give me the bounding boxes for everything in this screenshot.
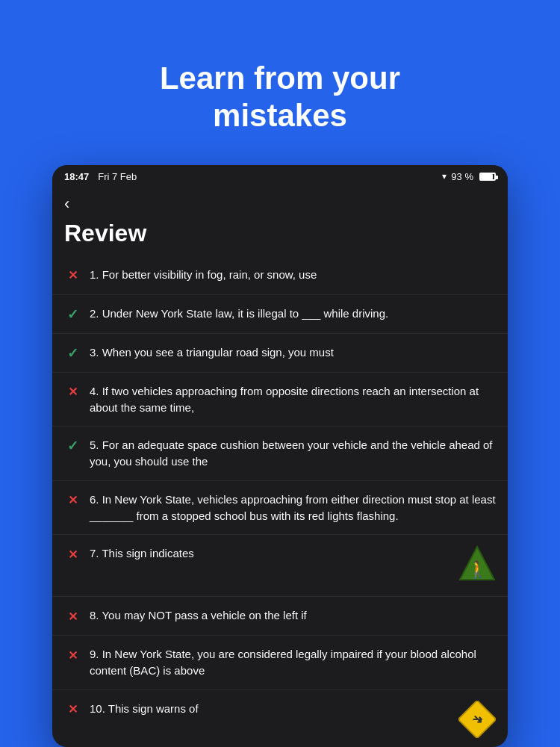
status-date: Fri 7 Feb [98, 171, 137, 182]
incorrect-icon: ✕ [64, 492, 81, 509]
nav-bar: ‹ [52, 188, 508, 217]
question-content: 5. For an adequate space cushion between… [90, 437, 496, 470]
pedestrian-sign-svg: 🚶 [458, 545, 496, 583]
warning-sign-svg: ↗ ↘ [458, 701, 496, 738]
question-text: 6. In New York State, vehicles approachi… [90, 492, 496, 524]
back-button[interactable]: ‹ [64, 194, 69, 213]
question-text: 3. When you see a triangular road sign, … [90, 344, 496, 361]
checkmark-icon: ✓ [67, 345, 78, 362]
question-content: 4. If two vehicles approaching from oppo… [90, 383, 496, 416]
incorrect-icon: ✕ [64, 384, 81, 400]
correct-icon: ✓ [64, 306, 81, 323]
x-icon: ✕ [68, 548, 78, 562]
question-text: 4. If two vehicles approaching from oppo… [90, 383, 496, 416]
question-item[interactable]: ✓2. Under New York State law, it is ille… [52, 295, 508, 334]
incorrect-icon: ✕ [64, 647, 81, 663]
question-content: 7. This sign indicates 🚶 [90, 545, 496, 586]
status-right: ▾ 93 % [442, 171, 496, 182]
question-item[interactable]: ✕7. This sign indicates 🚶 [52, 535, 508, 597]
x-icon: ✕ [68, 648, 78, 663]
question-content: 8. You may NOT pass a vehicle on the lef… [90, 607, 496, 624]
incorrect-icon: ✕ [64, 267, 81, 284]
x-icon: ✕ [68, 702, 78, 716]
battery-icon [479, 173, 496, 181]
x-icon: ✕ [68, 493, 78, 507]
question-content: 1. For better visibility in fog, rain, o… [90, 267, 496, 283]
question-content: 10. This sign warns of ↗ ↘ [90, 701, 496, 741]
question-item[interactable]: ✕9. In New York State, you are considere… [52, 636, 508, 690]
question-item[interactable]: ✕6. In New York State, vehicles approach… [52, 481, 508, 536]
question-item[interactable]: ✕10. This sign warns of ↗ ↘ [52, 690, 508, 747]
svg-text:🚶: 🚶 [467, 560, 488, 580]
question-item[interactable]: ✕8. You may NOT pass a vehicle on the le… [52, 597, 508, 636]
question-text: 8. You may NOT pass a vehicle on the lef… [90, 607, 496, 624]
questions-list: ✕1. For better visibility in fog, rain, … [52, 256, 508, 747]
incorrect-icon: ✕ [64, 608, 81, 624]
question-content: 9. In New York State, you are considered… [90, 646, 496, 679]
warning-sign-image: ↗ ↘ [458, 701, 496, 741]
wifi-icon: ▾ [442, 171, 447, 182]
question-item[interactable]: ✓5. For an adequate space cushion betwee… [52, 427, 508, 481]
question-content: 2. Under New York State law, it is illeg… [90, 306, 496, 322]
question-text: 10. This sign warns of [90, 701, 451, 717]
x-icon: ✕ [68, 268, 78, 282]
question-item[interactable]: ✕1. For better visibility in fog, rain, … [52, 256, 508, 295]
page-title: Review [52, 217, 508, 256]
incorrect-icon: ✕ [64, 701, 81, 718]
device-frame: 18:47 Fri 7 Feb ▾ 93 % ‹ Review ✕1. For … [52, 165, 508, 747]
x-icon: ✕ [68, 610, 78, 624]
x-icon: ✕ [68, 385, 78, 399]
pedestrian-sign-image: 🚶 [458, 545, 496, 586]
battery-level: 93 % [451, 171, 473, 182]
checkmark-icon: ✓ [67, 438, 78, 454]
correct-icon: ✓ [64, 345, 81, 362]
status-bar: 18:47 Fri 7 Feb ▾ 93 % [52, 165, 508, 188]
hero-title: Learn from your mistakes [15, 60, 545, 135]
status-time: 18:47 [64, 171, 89, 182]
correct-icon: ✓ [64, 438, 81, 454]
svg-text:↘: ↘ [473, 713, 482, 725]
question-content: 6. In New York State, vehicles approachi… [90, 492, 496, 524]
question-text: 1. For better visibility in fog, rain, o… [90, 267, 496, 283]
incorrect-icon: ✕ [64, 546, 81, 562]
question-item[interactable]: ✓3. When you see a triangular road sign,… [52, 334, 508, 373]
question-content: 3. When you see a triangular road sign, … [90, 344, 496, 361]
question-text: 5. For an adequate space cushion between… [90, 437, 496, 470]
question-text: 2. Under New York State law, it is illeg… [90, 306, 496, 322]
hero-section: Learn from your mistakes [0, 0, 560, 165]
question-text: 9. In New York State, you are considered… [90, 646, 496, 679]
question-text: 7. This sign indicates [90, 545, 451, 562]
question-item[interactable]: ✕4. If two vehicles approaching from opp… [52, 373, 508, 427]
checkmark-icon: ✓ [67, 306, 78, 323]
